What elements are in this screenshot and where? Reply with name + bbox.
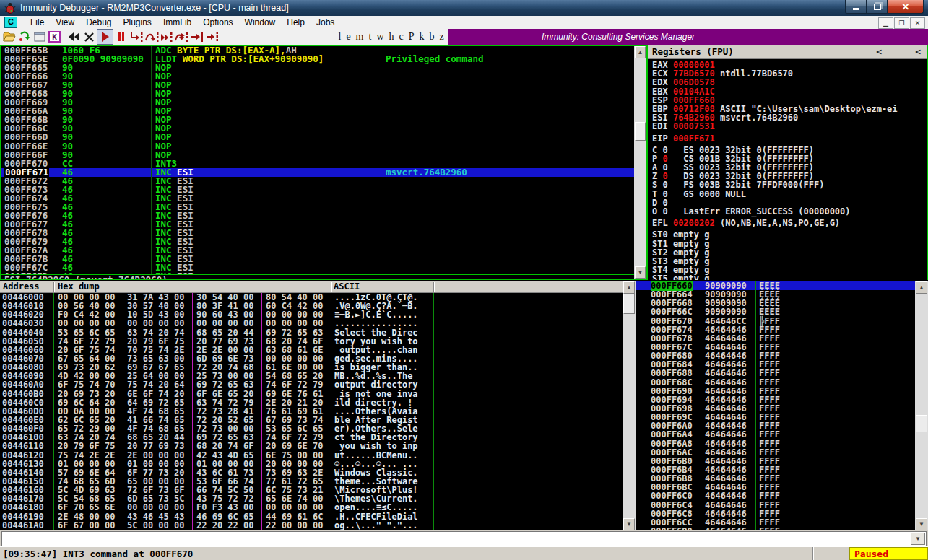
execute-till-user-button[interactable] (204, 30, 220, 44)
toolbar-letter-P[interactable]: P (406, 31, 417, 43)
register-line[interactable]: EIP 000FF671 (652, 134, 925, 143)
restart-button[interactable] (17, 30, 32, 44)
maximize-button[interactable] (867, 0, 888, 14)
mdi-restore-button[interactable]: ❐ (894, 17, 909, 29)
disasm-row[interactable]: 000FF67B46INC ESI (1, 255, 634, 263)
register-line[interactable]: T 0 GS 0000 NULL (652, 190, 925, 198)
dump-row[interactable]: 004460B020 69 73 206E 6F 74 206F 6E 65 2… (0, 390, 623, 398)
restore-icon (874, 4, 881, 10)
disasm-row[interactable]: 000FF65E0F0090 90909090LLDT WORD PTR DS:… (1, 55, 634, 64)
menu-item-options[interactable]: Options (197, 17, 238, 28)
dump-row[interactable]: 004461A06F 67 00 005C 00 00 0022 20 22 0… (0, 521, 623, 530)
menu-item-file[interactable]: File (25, 17, 50, 28)
breakpoints-window-button[interactable]: K (47, 30, 62, 44)
disasm-scrollbar[interactable]: ▲ ▼ (634, 46, 646, 279)
pause-button[interactable] (113, 30, 129, 44)
menu-item-plugins[interactable]: Plugins (118, 17, 157, 28)
disasm-row[interactable]: 000FF66A90NOP (1, 107, 634, 115)
disasm-row[interactable]: 000FF66B90NOP (1, 115, 634, 124)
scroll-up-icon[interactable]: ▲ (916, 281, 927, 294)
scroll-down-icon[interactable]: ▼ (916, 518, 927, 530)
dump-scrollbar[interactable]: ▲ ▼ (623, 281, 636, 530)
menu-item-debug[interactable]: Debug (80, 17, 117, 28)
disasm-row[interactable]: 000FF67546INC ESI (1, 203, 634, 211)
disasm-row[interactable]: 000FF66F90NOP (1, 151, 634, 159)
disasm-row[interactable]: 000FF67446INC ESI (1, 194, 634, 203)
toolbar-letter-h[interactable]: h (386, 31, 396, 43)
step-into-button[interactable] (129, 30, 144, 44)
dump-row[interactable]: 004460A06F 75 74 7075 74 20 6469 72 65 6… (0, 380, 623, 389)
menu-item-jobs[interactable]: Jobs (311, 17, 340, 28)
scroll-thumb[interactable] (916, 415, 927, 432)
scroll-up-icon[interactable]: ▲ (635, 46, 646, 58)
minimize-button[interactable] (845, 0, 867, 14)
dump-row[interactable]: 0044612075 74 2E 2E2E 00 00 0042 43 4D 6… (0, 451, 623, 460)
disasm-row[interactable]: 000FF67946INC ESI (1, 237, 634, 246)
scroll-thumb[interactable] (623, 294, 635, 314)
scroll-thumb[interactable] (635, 122, 646, 141)
dump-row[interactable]: 004460C069 6C 64 2064 69 72 6563 74 72 7… (0, 398, 623, 407)
execute-till-return-button[interactable] (189, 30, 204, 44)
scroll-up-icon[interactable]: ▲ (623, 281, 635, 294)
dump-row[interactable]: 004461806F 70 65 6E00 00 00 00F0 F3 43 0… (0, 503, 623, 512)
toolbar-letter-w[interactable]: w (374, 31, 386, 43)
step-over-button[interactable] (144, 30, 159, 44)
toolbar-letter-z[interactable]: z (437, 31, 446, 43)
open-file-button[interactable] (1, 30, 17, 44)
disasm-row[interactable]: 000FF67146INC ESImsvcrt.764B2960 (1, 168, 634, 177)
toolbar-letter-l[interactable]: l (336, 31, 344, 43)
mdi-minimize-button[interactable]: ▁ (878, 17, 893, 29)
register-line[interactable]: ST5 empty g (652, 274, 925, 280)
rewind-button[interactable] (66, 30, 82, 44)
disasm-row[interactable]: 000FF66590NOP (1, 64, 634, 72)
registers-collapse-icon[interactable]: < (876, 45, 882, 59)
menu-item-help[interactable]: Help (281, 17, 311, 28)
scroll-down-icon[interactable]: ▼ (635, 266, 646, 279)
disasm-row[interactable]: 000FF66890NOP (1, 89, 634, 98)
dump-row[interactable]: 0044603000 00 00 0000 00 00 0000 00 00 0… (0, 319, 623, 328)
toolbar-letter-t[interactable]: t (366, 31, 374, 43)
disasm-row[interactable]: 000FF67846INC ESI (1, 229, 634, 237)
dropdown-arrow-icon[interactable]: ▼ (911, 533, 925, 545)
disasm-row[interactable]: 000FF66790NOP (1, 81, 634, 89)
disasm-row[interactable]: 000FF66C90NOP (1, 124, 634, 133)
command-input[interactable] (4, 533, 910, 545)
disasm-row[interactable]: 000FF66E90NOP (1, 142, 634, 151)
register-line[interactable]: EDI 00007531 (652, 122, 925, 131)
disasm-row[interactable]: 000FF67A46INC ESI (1, 246, 634, 255)
disasm-row[interactable]: 000FF66690NOP (1, 72, 634, 81)
registers-collapse-icon[interactable]: < (915, 45, 921, 59)
register-line[interactable]: O 0 LastErr ERROR_SUCCESS (00000000) (652, 207, 925, 216)
disasm-row[interactable]: 000FF66990NOP (1, 98, 634, 107)
disasm-row[interactable]: 000FF66D90NOP (1, 133, 634, 141)
menu-item-immlib[interactable]: ImmLib (157, 17, 197, 28)
register-line[interactable]: EFL 00200202 (NO,NB,NE,A,NS,PO,GE,G) (652, 219, 925, 227)
toolbar-letter-b[interactable]: b (427, 31, 437, 43)
stack-scrollbar[interactable]: ▲ ▼ (915, 281, 928, 530)
animate-over-button[interactable] (174, 30, 189, 44)
toolbar-letter-c[interactable]: c (396, 31, 406, 43)
toolbar-letter-k[interactable]: k (417, 31, 427, 43)
disasm-row[interactable]: 000FF670CCINT3 (1, 159, 634, 168)
disasm-row[interactable]: 000FF67346INC ESI (1, 185, 634, 194)
cpu-window-icon[interactable]: C (4, 17, 17, 28)
toolbar-letter-e[interactable]: e (344, 31, 353, 43)
toolbar-letter-m[interactable]: m (353, 31, 366, 43)
dump-row[interactable]: 0044613001 00 00 0001 00 00 0001 00 00 0… (0, 460, 623, 468)
dump-row[interactable]: 0044604053 65 6C 6563 74 20 7468 65 20 4… (0, 328, 623, 337)
disasm-row[interactable]: 000FF67C46INC ESI (1, 263, 634, 272)
menu-item-view[interactable]: View (50, 17, 80, 28)
scroll-down-icon[interactable]: ▼ (623, 518, 635, 530)
dump-row[interactable]: 0044611020 79 6F 7520 77 69 7368 20 74 6… (0, 442, 623, 450)
close-button[interactable]: ✕ (888, 0, 924, 14)
menu-item-window[interactable]: Window (239, 17, 282, 28)
disasm-row[interactable]: 000FF67646INC ESI (1, 211, 634, 220)
dump-row[interactable]: 004461902E 48 00 0043 46 45 4346 69 6C 6… (0, 512, 623, 521)
disasm-row[interactable]: 000FF67246INC ESI (1, 177, 634, 185)
run-button[interactable] (97, 29, 113, 45)
animate-into-button[interactable] (159, 30, 174, 44)
mdi-close-button[interactable]: ✕ (910, 17, 925, 29)
windows-list-button[interactable] (32, 30, 47, 44)
terminate-button[interactable] (82, 30, 97, 44)
disasm-row[interactable]: 000FF67746INC ESI (1, 220, 634, 229)
